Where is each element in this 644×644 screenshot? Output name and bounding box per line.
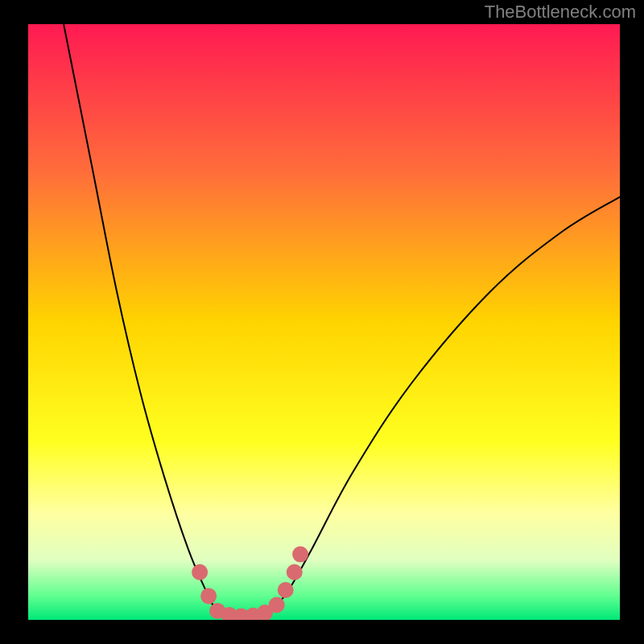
marker-dot xyxy=(292,547,308,563)
marker-dot xyxy=(200,588,217,604)
marker-dot xyxy=(287,564,303,580)
marker-dot xyxy=(192,564,208,580)
chart-svg xyxy=(28,24,620,620)
chart-container: TheBottleneck.com xyxy=(0,0,644,644)
marker-dot xyxy=(278,582,294,598)
watermark-text: TheBottleneck.com xyxy=(485,2,636,23)
plot-area xyxy=(28,24,620,620)
gradient-background xyxy=(28,24,620,620)
marker-dot xyxy=(269,597,285,613)
